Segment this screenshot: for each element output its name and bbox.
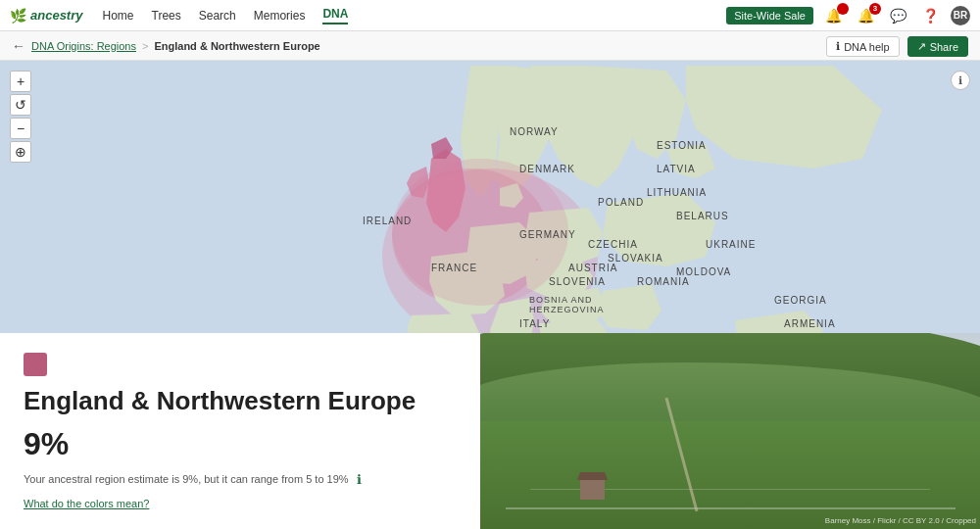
alerts-button[interactable]: 🔔 3 <box>854 6 878 25</box>
region-photo: Barney Moss / Flickr / CC BY 2.0 / Cropp… <box>480 333 980 529</box>
logo-icon: 🌿 <box>10 8 26 24</box>
region-description-row: Your ancestral region estimate is 9%, bu… <box>24 472 457 487</box>
notifications-button[interactable]: 🔔 <box>821 6 846 25</box>
nav-memories[interactable]: Memories <box>254 9 306 23</box>
map-controls: + ↺ − ⊕ <box>10 71 31 163</box>
notification-badge <box>837 3 849 15</box>
header: 🌿 ancestry Home Trees Search Memories DN… <box>0 0 980 31</box>
zoom-in-button[interactable]: + <box>10 71 31 92</box>
user-avatar[interactable]: BR <box>951 6 970 25</box>
share-button[interactable]: ↗ Share <box>907 36 968 57</box>
region-description: Your ancestral region estimate is 9%, bu… <box>24 472 349 487</box>
region-percent: 9% <box>24 426 457 462</box>
nav-search[interactable]: Search <box>199 9 236 23</box>
bottom-card: England & Northwestern Europe 9% Your an… <box>0 333 980 529</box>
main-nav: Home Trees Search Memories DNA <box>102 7 726 24</box>
share-icon: ↗ <box>917 40 926 53</box>
help-icon: ℹ <box>836 40 840 53</box>
info-button[interactable]: ℹ <box>951 71 970 90</box>
map-area[interactable]: NORWAY ESTONIA LATVIA LITHUANIA DENMARK … <box>0 61 980 529</box>
logo-text: ancestry <box>30 8 82 23</box>
breadcrumb-current: England & Northwestern Europe <box>154 40 319 52</box>
sale-button[interactable]: Site-Wide Sale <box>726 7 813 24</box>
messages-button[interactable]: 💬 <box>886 6 910 25</box>
photo-caption: Barney Moss / Flickr / CC BY 2.0 / Cropp… <box>484 516 976 525</box>
field <box>480 421 980 529</box>
action-buttons: ℹ DNA help ↗ Share <box>826 36 968 57</box>
zoom-out-button[interactable]: − <box>10 118 31 139</box>
region-photo-area: Barney Moss / Flickr / CC BY 2.0 / Cropp… <box>480 333 980 529</box>
nav-dna[interactable]: DNA <box>322 7 348 24</box>
barn <box>580 480 605 500</box>
region-title: England & Northwestern Europe <box>24 386 457 416</box>
logo[interactable]: 🌿 ancestry <box>10 8 82 24</box>
card-left: England & Northwestern Europe 9% Your an… <box>0 333 480 529</box>
svg-point-3 <box>392 159 568 306</box>
help-button[interactable]: ❓ <box>918 6 943 25</box>
breadcrumb-separator: > <box>142 40 148 52</box>
breadcrumb-parent[interactable]: DNA Origins: Regions <box>31 40 136 52</box>
region-color-indicator <box>24 353 47 376</box>
description-info-icon[interactable]: ℹ <box>357 472 362 487</box>
nav-home[interactable]: Home <box>102 9 133 23</box>
reset-button[interactable]: ↺ <box>10 94 31 116</box>
alerts-badge: 3 <box>869 3 881 15</box>
nav-trees[interactable]: Trees <box>152 9 181 23</box>
location-button[interactable]: ⊕ <box>10 141 31 163</box>
header-right: Site-Wide Sale 🔔 🔔 3 💬 ❓ BR <box>726 6 970 25</box>
colors-meaning-link[interactable]: What do the colors mean? <box>24 498 457 509</box>
back-button[interactable]: ← <box>12 38 25 54</box>
wall-lines-1 <box>506 507 956 509</box>
dna-help-button[interactable]: ℹ DNA help <box>826 36 899 57</box>
